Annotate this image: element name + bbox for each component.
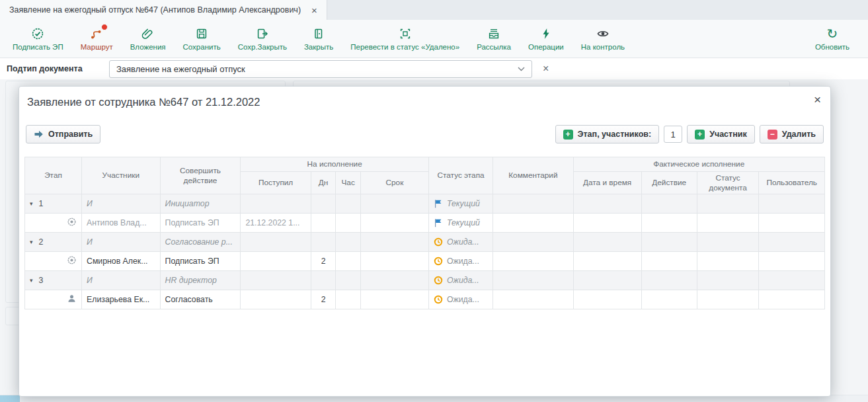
- toolbar-button-close[interactable]: Закрыть: [296, 20, 342, 58]
- column-header[interactable]: Действие: [641, 172, 697, 194]
- toolbar-label: Маршрут: [81, 43, 113, 51]
- cell-stage: ▾1: [25, 194, 82, 214]
- cell-action: Согласовать: [160, 290, 241, 309]
- send-button[interactable]: Отправить: [26, 125, 100, 143]
- cell-action: HR директор: [160, 271, 241, 290]
- participant-row[interactable]: Антипов Влад...Подписать ЭП21.12.2022 1.…: [25, 214, 825, 233]
- modal-title: Заявление от сотрудника №647 от 21.12.20…: [27, 96, 260, 108]
- cell-received: [241, 233, 311, 252]
- plus-icon: +: [695, 130, 705, 140]
- cell-stage: ▾2: [25, 233, 82, 252]
- participant-row[interactable]: Смирнов Алек...Подписать ЭП2Ожида...: [25, 252, 825, 271]
- stage-group-row[interactable]: ▾2ИСогласование р...Ожида...: [25, 233, 825, 252]
- toolbar-button-save-close[interactable]: Сохр.Закрыть: [229, 20, 296, 58]
- cell-fact-datetime: [573, 233, 641, 252]
- eye-icon: [596, 27, 610, 40]
- tab-close-icon[interactable]: ×: [311, 5, 317, 15]
- toolbar-label: Сохр.Закрыть: [238, 43, 287, 51]
- column-group-header: На исполнение: [241, 157, 429, 172]
- column-header[interactable]: Этап: [25, 157, 82, 194]
- cell-hours: [336, 233, 361, 252]
- toolbar-button-refresh[interactable]: ↻ Обновить: [807, 20, 864, 58]
- column-header[interactable]: Комментарий: [493, 157, 573, 194]
- column-header[interactable]: Дн: [311, 172, 335, 194]
- flag-icon: [434, 199, 443, 208]
- modal-actions: Отправить + Этап, участников: + Участник…: [26, 125, 824, 143]
- column-header[interactable]: Срок: [361, 172, 429, 194]
- cell-hours: [336, 214, 361, 233]
- toolbar-button-set-deleted[interactable]: Перевести в статус «Удалено»: [342, 20, 468, 58]
- toolbar-button-operations[interactable]: Операции: [520, 20, 572, 58]
- subtype-row: Подтип документа Заявление на ежегодный …: [0, 58, 868, 79]
- clock-icon: [434, 276, 443, 285]
- expander-icon[interactable]: ▾: [30, 239, 33, 245]
- subtype-select[interactable]: Заявление на ежегодный отпуск: [109, 60, 532, 78]
- add-participant-button[interactable]: + Участник: [687, 125, 755, 143]
- status-text: Ожида...: [447, 276, 479, 285]
- document-tab[interactable]: Заявление на ежегодный отпуск №647 (Анти…: [0, 0, 327, 20]
- column-header[interactable]: Час: [336, 172, 361, 194]
- toolbar-button-sign[interactable]: Подписать ЭП: [4, 20, 72, 58]
- toolbar-buttons: Подписать ЭПМаршрутВложенияСохранитьСохр…: [4, 20, 633, 58]
- cell-comment: [493, 290, 573, 309]
- cell-fact-user: [759, 271, 825, 290]
- expander-icon[interactable]: ▾: [30, 200, 33, 207]
- cell-fact-user: [759, 233, 825, 252]
- stage-participants-count-input[interactable]: [664, 126, 682, 143]
- column-group-header: Фактическое исполнение: [573, 157, 824, 172]
- cell-received: [241, 290, 311, 309]
- cell-fact-action: [641, 271, 697, 290]
- modal-close-icon[interactable]: ×: [814, 93, 821, 106]
- stage-group-row[interactable]: ▾3ИHR директорОжида...: [25, 271, 825, 290]
- column-header[interactable]: Поступил: [241, 172, 311, 194]
- toolbar-label: Закрыть: [304, 43, 333, 51]
- column-header[interactable]: Дата и время: [573, 172, 641, 194]
- expander-icon[interactable]: ▾: [30, 277, 33, 284]
- app-window: Заявление на ежегодный отпуск №647 (Анти…: [0, 0, 868, 402]
- cell-hours: [336, 290, 361, 309]
- cell-participants: И: [82, 233, 161, 252]
- cell-action: Согласование р...: [160, 233, 241, 252]
- cell-fact-status: [697, 271, 759, 290]
- cell-fact-action: [641, 290, 697, 309]
- column-header[interactable]: Участники: [82, 157, 161, 194]
- toolbar-button-mailing[interactable]: Рассылка: [468, 20, 520, 58]
- toolbar-button-route[interactable]: Маршрут: [72, 20, 122, 58]
- toolbar-spacer: [633, 20, 807, 58]
- cell-fact-status: [697, 233, 759, 252]
- column-header[interactable]: Статус документа: [697, 172, 759, 194]
- cell-received: [241, 271, 311, 290]
- cell-fact-action: [641, 194, 697, 214]
- toolbar-button-attachments[interactable]: Вложения: [122, 20, 175, 58]
- cell-stage: [25, 214, 82, 233]
- cell-fact-user: [759, 290, 825, 309]
- stage-group-row[interactable]: ▾1ИИнициаторТекущий: [25, 194, 825, 214]
- cell-fact-user: [759, 252, 825, 271]
- role-icon: [67, 255, 77, 265]
- delete-button[interactable]: − Удалить: [760, 125, 824, 143]
- status-deleted-icon: [399, 27, 412, 40]
- close-doc-icon: [312, 27, 325, 40]
- participant-row[interactable]: Елизарьева Ек...Согласовать2Ожида...: [25, 290, 825, 309]
- cell-fact-datetime: [573, 214, 641, 233]
- column-header[interactable]: Статус этапа: [428, 157, 493, 194]
- paperclip-icon: [141, 27, 155, 40]
- column-header[interactable]: Совершить действие: [160, 157, 241, 194]
- cell-due: [361, 271, 429, 290]
- cell-stage-status: Ожида...: [428, 271, 493, 290]
- main-toolbar: Подписать ЭПМаршрутВложенияСохранитьСохр…: [0, 20, 868, 58]
- toolbar-button-control[interactable]: На контроль: [572, 20, 633, 58]
- add-stage-button[interactable]: + Этап, участников:: [555, 125, 660, 143]
- cell-fact-user: [759, 214, 825, 233]
- cell-fact-action: [641, 252, 697, 271]
- cell-stage-status: Ожида...: [428, 233, 493, 252]
- save-icon: [195, 27, 208, 40]
- toolbar-label: Сохранить: [183, 43, 221, 51]
- toolbar-button-save[interactable]: Сохранить: [175, 20, 229, 58]
- stage-number: 1: [39, 199, 44, 208]
- esign-seal-icon: [31, 27, 44, 40]
- flag-icon: [434, 218, 443, 227]
- stage-number: 3: [39, 276, 44, 285]
- column-header[interactable]: Пользователь: [759, 172, 825, 194]
- subtype-clear-icon[interactable]: ×: [543, 63, 549, 75]
